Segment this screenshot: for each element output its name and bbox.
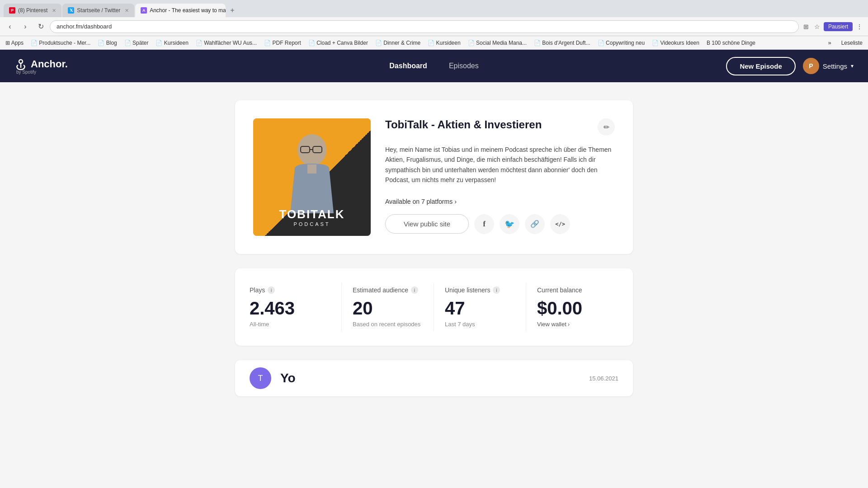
platforms-link[interactable]: Available on 7 platforms › [385,198,615,205]
bottom-preview-section: T Yo 15.06.2021 [235,360,633,396]
tab-pinterest[interactable]: P (8) Pinterest ✕ [4,4,61,17]
anchor-logo: Anchor. by Spotify [14,58,68,75]
nav-link-dashboard[interactable]: Dashboard [389,60,427,72]
podcast-header: TobiTalk - Aktien & Investieren ✏ [385,118,615,136]
platforms-arrow-icon: › [454,198,457,205]
embed-icon: </> [555,221,565,227]
bottom-section-avatar: T [250,367,271,389]
address-bar-row: ‹ › ↻ anchor.fm/dashboard ⊞ ☆ Pausiert ⋮ [0,17,868,36]
extensions-button[interactable]: ⊞ [802,21,811,32]
podcast-description: Hey, mein Name ist Tobias und in meinem … [385,145,615,185]
bookmarks-bar: ⊞ Apps 📄 Produktsuche - Mer... 📄 Blog 📄 … [0,36,868,50]
svg-rect-6 [307,164,316,174]
bookmark-13[interactable]: 📄 Videokurs Ideen [650,39,701,47]
main-navigation: Dashboard Episodes [389,60,478,72]
stat-plays-sub: All-time [250,321,330,328]
bottom-section-title: Yo [280,371,296,385]
bookmark-8[interactable]: 📄 Dinner & Crime [373,39,422,47]
main-content: TOBITALK PODCAST TobiTalk - Aktien & Inv… [0,82,868,471]
reload-button[interactable]: ↻ [34,20,47,33]
bookmark-3[interactable]: 📄 Später [123,39,151,47]
bookmark-10[interactable]: 📄 Social Media Mana... [466,39,528,47]
forward-button[interactable]: › [19,20,32,33]
logo-text: Anchor. [14,58,68,70]
stat-plays: Plays i 2.463 All-time [250,283,342,331]
podcast-info: TobiTalk - Aktien & Investieren ✏ Hey, m… [385,118,615,236]
settings-chevron-icon: ▾ [851,63,854,69]
copy-link-button[interactable]: 🔗 [525,214,545,234]
podcast-title: TobiTalk - Aktien & Investieren [385,118,542,131]
bookmark-7[interactable]: 📄 Cload + Canva Bilder [307,39,370,47]
action-row: View public site f 🐦 🔗 </> [385,214,615,234]
bookmarks-reading-list[interactable]: Leseliste [840,39,864,47]
podcast-image-title: TOBITALK PODCAST [279,207,344,227]
stat-balance-value: $0.00 [537,299,608,317]
twitter-icon: 🐦 [505,219,514,229]
bookmark-12[interactable]: 📄 Copywriting neu [596,39,646,47]
podcast-image-subtitle: PODCAST [279,221,344,227]
bookmark-9[interactable]: 📄 Kursideen [426,39,462,47]
plays-info-button[interactable]: i [268,286,275,294]
nav-right-actions: New Episode P Settings ▾ [726,57,854,75]
stat-plays-label: Plays i [250,286,330,294]
share-facebook-button[interactable]: f [474,214,494,234]
bookmark-2[interactable]: 📄 Blog [96,39,118,47]
tab-close-pinterest[interactable]: ✕ [52,8,56,14]
embed-button[interactable]: </> [550,214,570,234]
listeners-info-button[interactable]: i [493,286,500,294]
bookmark-star[interactable]: ☆ [812,21,822,32]
content-container: TOBITALK PODCAST TobiTalk - Aktien & Inv… [226,100,642,396]
stat-audience-label: Estimated audience i [353,286,423,294]
platforms-text: Available on 7 platforms [385,198,453,205]
new-tab-button[interactable]: + [226,5,238,16]
bookmarks-apps[interactable]: ⊞ Apps [4,39,25,47]
tab-close-twitter[interactable]: ✕ [125,8,129,14]
bookmark-4[interactable]: 📄 Kursideen [154,39,190,47]
bookmark-6[interactable]: 📄 PDF Report [262,39,303,47]
user-avatar: P [803,58,819,74]
link-icon: 🔗 [530,220,539,228]
nav-link-episodes[interactable]: Episodes [449,60,479,72]
view-public-site-button[interactable]: View public site [385,214,469,234]
menu-button[interactable]: ⋮ [854,21,864,32]
share-twitter-button[interactable]: 🐦 [500,214,519,234]
wallet-arrow-icon: › [568,321,570,328]
stat-audience-sub: Based on recent episodes [353,321,423,328]
stat-listeners-label: Unique listeners i [445,286,515,294]
new-episode-button[interactable]: New Episode [726,57,795,75]
tab-label-pinterest: (8) Pinterest [18,7,47,14]
profile-button[interactable]: Pausiert [824,22,853,31]
stats-card: Plays i 2.463 All-time Estimated audienc… [235,268,633,346]
tab-label-twitter: Startseite / Twitter [77,7,120,14]
tab-twitter[interactable]: 𝕏 Startseite / Twitter ✕ [62,4,134,17]
tab-label-anchor: Anchor - The easiest way to mai... [150,7,226,14]
stat-audience-value: 20 [353,299,423,317]
bookmark-1[interactable]: 📄 Produktsuche - Mer... [29,39,92,47]
audience-info-button[interactable]: i [411,286,418,294]
facebook-icon: f [483,220,485,228]
edit-podcast-button[interactable]: ✏ [598,118,615,136]
podcast-image-background: TOBITALK PODCAST [253,118,371,236]
edit-icon: ✏ [604,123,609,131]
view-wallet-link[interactable]: View wallet › [537,321,608,328]
bookmarks-more[interactable]: » [825,38,834,47]
svg-point-0 [19,60,23,63]
toolbar-icons: ⊞ ☆ Pausiert ⋮ [802,21,864,32]
stat-audience: Estimated audience i 20 Based on recent … [342,283,434,331]
logo-subtitle: by Spotify [16,70,68,75]
tab-anchor[interactable]: A Anchor - The easiest way to mai... ✕ [135,4,226,17]
stat-listeners-value: 47 [445,299,515,317]
stat-listeners: Unique listeners i 47 Last 7 days [434,283,526,331]
stat-listeners-sub: Last 7 days [445,321,515,328]
bookmark-14[interactable]: B 100 schöne Dinge [705,39,757,47]
address-input[interactable]: anchor.fm/dashboard [50,20,799,33]
bookmark-5[interactable]: 📄 Wahlfächer WU Aus... [194,39,259,47]
stat-balance: Current balance $0.00 View wallet › [526,283,618,331]
podcast-image: TOBITALK PODCAST [253,118,371,236]
settings-button[interactable]: P Settings ▾ [803,58,854,74]
tab-bar: P (8) Pinterest ✕ 𝕏 Startseite / Twitter… [0,0,868,17]
bookmark-11[interactable]: 📄 Bois d'Argent Duft... [532,39,592,47]
bottom-section-date: 15.06.2021 [589,375,618,382]
back-button[interactable]: ‹ [4,20,16,33]
browser-chrome: P (8) Pinterest ✕ 𝕏 Startseite / Twitter… [0,0,868,50]
